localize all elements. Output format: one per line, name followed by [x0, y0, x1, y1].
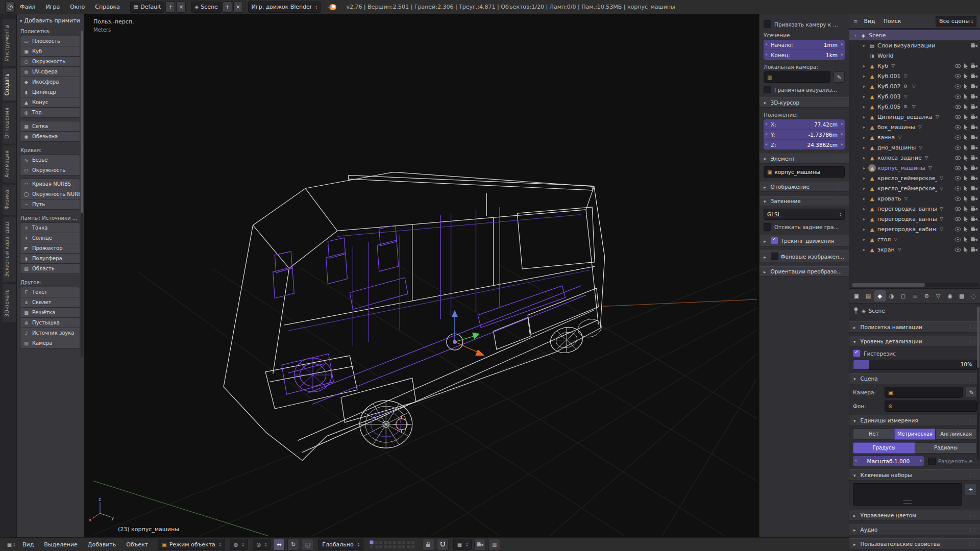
pin-icon[interactable] — [853, 307, 859, 314]
expand-caret-icon[interactable]: ▸ — [862, 196, 867, 201]
outliner-row[interactable]: ▸ ▲ перегородка_ванны ▽ — [849, 204, 980, 214]
layer-toggle[interactable] — [383, 545, 387, 549]
viewport-shading-select[interactable]: ◍ — [230, 539, 248, 550]
outliner-row[interactable]: ▸ ▲ дно_машины ▽ — [849, 142, 980, 153]
render-engine-select[interactable]: Игр. движок Blender — [248, 2, 321, 13]
tool-shelf-tab[interactable]: 3D-печать — [3, 284, 16, 322]
outliner-row[interactable]: ▸ ▲ стол ▽ — [849, 234, 980, 244]
tool-button[interactable]: ▩Решётка — [20, 307, 80, 318]
tool-button[interactable]: ▥Камера — [20, 338, 80, 348]
eyedropper-button[interactable]: ✎ — [834, 71, 845, 83]
expand-caret-icon[interactable]: ▸ — [862, 156, 867, 160]
selectability-arrow-icon[interactable] — [964, 94, 968, 99]
physics-tab-icon[interactable]: ◌ — [968, 290, 979, 302]
visibility-eye-icon[interactable] — [954, 84, 961, 89]
rotate-manipulator-button[interactable]: ↻ — [287, 539, 299, 550]
layer-toggle[interactable] — [402, 545, 406, 549]
outliner-row[interactable]: ▸ ▲ экран ▽ — [849, 244, 980, 255]
world-tab-icon[interactable]: ◑ — [886, 290, 897, 302]
color-management-panel-header[interactable]: Управление цветом — [849, 510, 980, 521]
tool-button[interactable]: ◠Кривая NURBS — [20, 179, 80, 189]
lod-panel-header[interactable]: Уровень детализации — [849, 336, 980, 347]
app-menu-button[interactable] — [5, 2, 15, 13]
units-none-button[interactable]: Нет — [853, 429, 895, 440]
background-images-panel-header[interactable]: Фоновые изображен... — [760, 251, 849, 262]
renderability-camera-icon[interactable] — [971, 43, 977, 48]
menu-item[interactable]: Окно — [65, 2, 90, 12]
clip-start-field[interactable]: Начало: 1mm — [764, 40, 845, 50]
delete-scene-button[interactable]: × — [233, 2, 243, 13]
units-panel-header[interactable]: Единицы измерения — [849, 415, 980, 426]
snap-element-select[interactable]: ▦ — [453, 539, 472, 550]
constraints-tab-icon[interactable]: ≡ — [910, 290, 921, 302]
menu-item[interactable]: Объект — [121, 539, 153, 550]
tool-button[interactable]: ◎Тор — [20, 107, 80, 118]
tool-button[interactable]: ☼Точка — [20, 222, 80, 233]
expand-caret-icon[interactable]: ▸ — [862, 135, 867, 140]
render-animation-button[interactable]: ▥ — [488, 539, 500, 550]
outliner-row[interactable]: ▸ ▲ ванна ▽ — [849, 132, 980, 142]
renderability-camera-icon[interactable] — [971, 186, 977, 191]
cursor-z-field[interactable]: Z: 24.3862cm — [764, 140, 845, 149]
tool-shelf-tab[interactable]: Создать — [3, 68, 16, 101]
transform-orientation-select[interactable]: Глобально — [318, 539, 363, 550]
navmesh-panel-header[interactable]: Полисетка навигации — [849, 321, 980, 333]
visibility-eye-icon[interactable] — [954, 207, 961, 211]
tool-button[interactable]: ♪Источник звука — [20, 328, 80, 338]
visibility-eye-icon[interactable] — [954, 247, 961, 252]
selectability-arrow-icon[interactable] — [964, 135, 968, 140]
keying-sets-list[interactable] — [853, 483, 962, 506]
tool-button[interactable]: ◗Полусфера — [20, 253, 80, 264]
tool-button[interactable]: ▮Цилиндр — [20, 87, 80, 97]
menu-item[interactable]: Добавить — [83, 539, 121, 550]
modifiers-tab-icon[interactable]: ⚙ — [921, 290, 932, 302]
expand-caret-icon[interactable]: ▸ — [862, 237, 867, 242]
expand-caret-icon[interactable]: ▸ — [862, 105, 867, 109]
renderability-camera-icon[interactable] — [971, 227, 977, 232]
renderability-camera-icon[interactable] — [971, 135, 977, 140]
keying-sets-panel-header[interactable]: Ключевые наборы — [849, 469, 980, 481]
object-tab-icon[interactable]: ◻ — [898, 290, 909, 302]
shading-mode-select[interactable]: GLSL — [764, 209, 845, 220]
layer-toggle[interactable] — [379, 540, 383, 544]
outliner-row[interactable]: ▸ ▲ Куб.005 ⚙ ▽ — [849, 102, 980, 112]
outliner-row[interactable]: ▸ ▲ корпус_машины ▽ — [849, 163, 980, 173]
layer-toggle[interactable] — [383, 540, 387, 544]
outliner-row[interactable]: ▸ ▲ Куб ▽ — [849, 61, 980, 71]
visibility-eye-icon[interactable] — [954, 217, 961, 221]
tool-button[interactable]: ▣Куб — [20, 46, 80, 57]
pivot-center-select[interactable]: ◎ — [253, 539, 271, 550]
mode-select[interactable]: ▣ Режим объекта — [158, 539, 225, 550]
layer-toggle[interactable] — [370, 545, 374, 549]
active-object-name-field[interactable]: ▣ корпус_машины — [764, 166, 845, 178]
selectability-arrow-icon[interactable] — [964, 176, 968, 181]
clip-end-field[interactable]: Конец: 1km — [764, 50, 845, 60]
shading-panel-header[interactable]: Затенение — [760, 196, 849, 206]
expand-caret-icon[interactable]: ▸ — [862, 247, 867, 252]
outliner-horizontal-scrollbar[interactable] — [852, 283, 978, 287]
scene-select[interactable]: ◈ Scene — [191, 2, 221, 13]
renderability-camera-icon[interactable] — [971, 247, 977, 252]
scene-camera-field[interactable]: ▣ — [885, 387, 963, 398]
delete-layout-button[interactable]: × — [176, 2, 186, 13]
renderability-camera-icon[interactable] — [971, 114, 977, 119]
outliner-row[interactable]: ▸ ▲ перегородка_ванны_зан ▽ — [849, 214, 980, 224]
material-tab-icon[interactable]: ◉ — [944, 290, 955, 302]
expand-caret-icon[interactable]: ▸ — [862, 115, 867, 119]
tool-button[interactable]: ◆Икосфера — [20, 77, 80, 87]
scene-tab-icon[interactable]: ◆ — [874, 290, 886, 302]
outliner-view-menu[interactable]: Вид — [862, 17, 877, 26]
expand-caret-icon[interactable]: ▸ — [862, 125, 867, 130]
cursor-y-field[interactable]: Y: -1.73786m — [764, 130, 845, 140]
expand-caret-icon[interactable]: ▸ — [862, 227, 867, 232]
expand-caret-icon[interactable]: ▸ — [862, 176, 867, 181]
selectability-arrow-icon[interactable] — [964, 165, 968, 171]
visibility-eye-icon[interactable] — [954, 237, 961, 242]
scene-panel-header[interactable]: Сцена — [849, 373, 980, 384]
render-layers-tab-icon[interactable]: ▤ — [863, 290, 874, 302]
expand-caret-icon[interactable]: ▸ — [862, 94, 867, 99]
visibility-eye-icon[interactable] — [954, 196, 961, 201]
visibility-eye-icon[interactable] — [954, 145, 961, 150]
layer-toggle[interactable] — [393, 540, 397, 544]
tool-button[interactable]: FТекст — [20, 287, 80, 297]
